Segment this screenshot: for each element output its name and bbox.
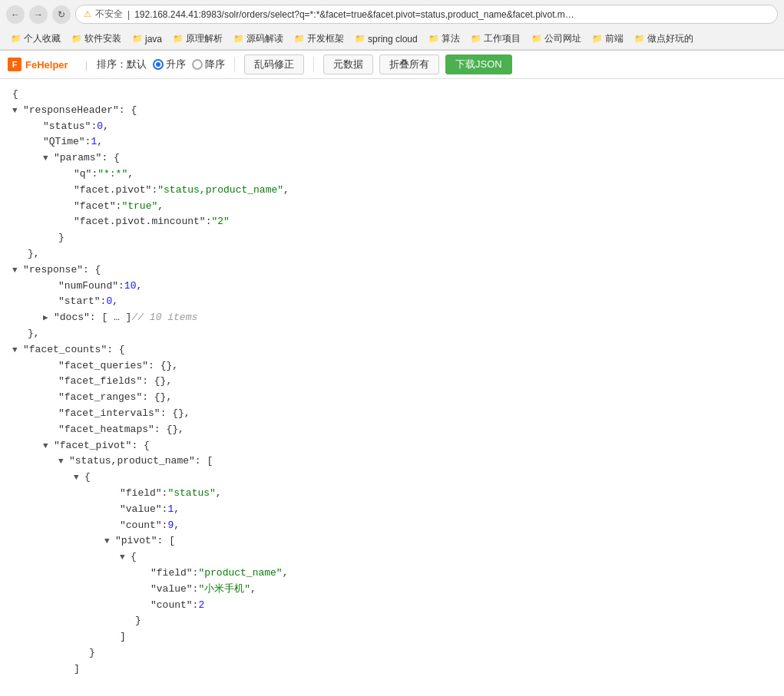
toggle-pivot-item[interactable]: ▼ (120, 551, 129, 565)
q-line: "q" : "*:*" , (12, 167, 772, 183)
toggle-response-header[interactable]: ▼ (12, 104, 22, 118)
bookmark-algorithm[interactable]: 📁 算法 (424, 31, 465, 47)
bookmark-label: 算法 (442, 32, 460, 45)
refresh-button[interactable]: ↻ (52, 5, 71, 24)
bookmark-fun[interactable]: 📁 做点好玩的 (630, 31, 698, 47)
fehelper-name: FeHelper (25, 59, 68, 71)
asc-radio-circle (153, 59, 164, 70)
docs-key: "docs" (54, 310, 90, 326)
numfound-val: 10 (124, 279, 137, 295)
toggle-status-product[interactable]: ▼ (58, 455, 68, 469)
count2-val: 2 (198, 598, 204, 614)
desc-radio-circle (192, 59, 203, 70)
bookmark-label: 软件安装 (84, 32, 121, 45)
bookmark-devframework[interactable]: 📁 开发框架 (289, 31, 349, 47)
facet-counts-line: ▼ "facet_counts" : { (12, 342, 772, 358)
toggle-facet-counts[interactable]: ▼ (12, 344, 22, 358)
desc-radio[interactable]: 降序 (192, 58, 225, 71)
folder-icon: 📁 (71, 34, 82, 44)
pivot-item-open: ▼ { (12, 549, 772, 566)
bookmark-java[interactable]: 📁 java (127, 32, 167, 46)
bookmark-company[interactable]: 📁 公司网址 (527, 31, 586, 47)
response-header-close: }, (12, 246, 772, 262)
bookmark-principle[interactable]: 📁 原理解析 (168, 31, 227, 47)
status-key: "status" (43, 119, 91, 135)
status-val: 0 (97, 119, 103, 135)
browser-nav-bar: ← → ↻ ⚠ 不安全 | 192.168.244.41:8983/solr/o… (0, 0, 784, 28)
facet-pivot-val: "status,product_name" (157, 183, 283, 199)
json-content-area: { ▼ "responseHeader" : { "status" : 0 , … (0, 79, 784, 675)
bookmark-frontend[interactable]: 📁 前端 (587, 31, 628, 47)
asc-label: 升序 (166, 58, 186, 71)
response-key: "response" (23, 262, 83, 279)
folder-icon: 📁 (634, 34, 645, 44)
separator: | (85, 59, 88, 71)
back-button[interactable]: ← (6, 5, 25, 24)
value2-val: "小米手机" (198, 582, 250, 598)
bookmark-label: 工作项目 (484, 32, 521, 45)
numfound-line: "numFound" : 10 , (12, 279, 772, 295)
toggle-response[interactable]: ▼ (12, 264, 22, 278)
qtime-val: 1 (91, 134, 97, 150)
field2-val: "product_name" (198, 566, 282, 582)
sort-label: 排序：默认 (97, 58, 147, 71)
facet-val: "true" (121, 199, 157, 215)
asc-radio[interactable]: 升序 (153, 58, 186, 71)
field2-line: "field" : "product_name" , (12, 566, 772, 582)
bookmark-software[interactable]: 📁 软件安装 (67, 31, 126, 47)
facet-mincount-key: "facet.pivot.mincount" (74, 214, 206, 230)
facet-counts-key: "facet_counts" (23, 342, 107, 358)
toggle-array-item[interactable]: ▼ (74, 471, 83, 485)
count1-key: "count" (120, 518, 162, 534)
facet-pivot-key: "facet.pivot" (74, 183, 151, 199)
raw-data-button[interactable]: 元数据 (323, 54, 373, 74)
response-header-key: "responseHeader" (23, 103, 119, 119)
count2-line: "count" : 2 (12, 598, 772, 614)
decode-button[interactable]: 乱码修正 (244, 54, 304, 74)
folder-icon: 📁 (233, 34, 244, 44)
forward-button[interactable]: → (29, 5, 48, 24)
field1-line: "field" : "status" , (12, 486, 772, 502)
value2-line: "value" : "小米手机" , (12, 582, 772, 598)
count1-val: 9 (167, 518, 174, 534)
address-bar[interactable]: ⚠ 不安全 | 192.168.244.41:8983/solr/orders/… (75, 5, 778, 24)
toggle-pivot[interactable]: ▼ (104, 535, 114, 549)
value1-key: "value" (120, 502, 162, 518)
array-item-open: ▼ { (12, 470, 772, 486)
value2-key: "value" (151, 582, 193, 598)
field1-val: "status" (167, 486, 215, 502)
facet-ranges-line: "facet_ranges" : {}, (12, 390, 772, 406)
json-root-open: { (12, 87, 772, 103)
bookmark-springcloud[interactable]: 📁 spring cloud (350, 32, 422, 46)
docs-hint: // 10 items (131, 310, 197, 326)
bookmark-work[interactable]: 📁 工作项目 (466, 31, 525, 47)
toggle-params[interactable]: ▼ (43, 152, 52, 166)
pivot-line: ▼ "pivot" : [ (12, 533, 772, 549)
qtime-key: "QTime" (43, 134, 85, 150)
params-key: "params" (54, 150, 101, 167)
collapse-all-button[interactable]: 折叠所有 (379, 54, 439, 74)
toggle-facet-pivot[interactable]: ▼ (43, 440, 52, 454)
toggle-docs[interactable]: ▶ (43, 312, 52, 325)
docs-line: ▶ "docs" : [ … ] // 10 items (12, 310, 772, 326)
folder-icon: 📁 (11, 34, 22, 44)
bookmark-personal[interactable]: 📁 个人收藏 (6, 31, 65, 47)
folder-icon: 📁 (592, 34, 603, 44)
q-key: "q" (74, 167, 91, 183)
sort-radio-group: 升序 降序 (153, 58, 225, 71)
url-text: 192.168.244.41:8983/solr/orders/select?q… (134, 9, 574, 20)
qtime-line: "QTime" : 1 , (12, 134, 772, 150)
toolbar-divider2 (313, 57, 314, 72)
facet-heatmaps-line: "facet_heatmaps" : {}, (12, 422, 772, 438)
folder-icon: 📁 (428, 34, 439, 44)
bookmark-source[interactable]: 📁 源码解读 (229, 31, 288, 47)
download-json-button[interactable]: 下载JSON (445, 54, 512, 74)
bookmarks-bar: 📁 个人收藏 📁 软件安装 📁 java 📁 原理解析 📁 源码解读 📁 开发框… (0, 28, 784, 50)
fehelper-logo: F FeHelper (8, 58, 68, 71)
bookmark-label: 源码解读 (246, 32, 283, 45)
bookmark-label: 原理解析 (186, 32, 223, 45)
status-line: "status" : 0 , (12, 119, 772, 135)
start-val: 0 (106, 294, 112, 310)
facet-fields-line: "facet_fields" : {}, (12, 374, 772, 390)
start-line: "start" : 0 , (12, 294, 772, 310)
